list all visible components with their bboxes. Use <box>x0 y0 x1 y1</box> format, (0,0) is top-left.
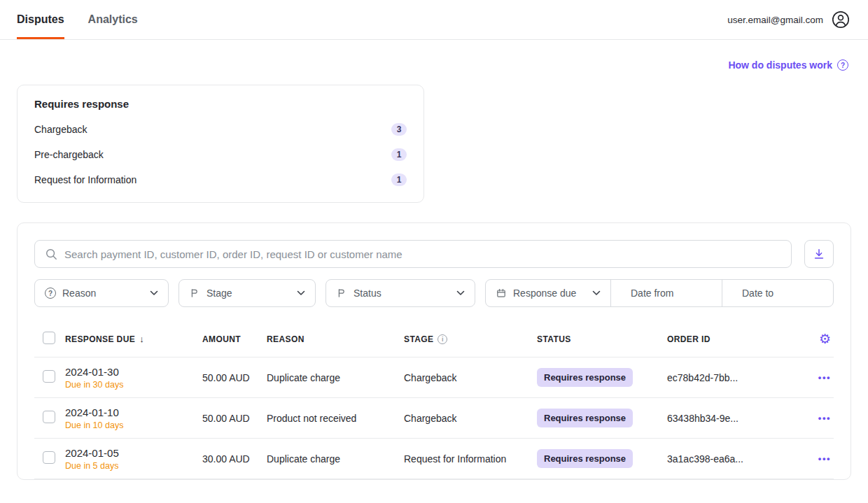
summary-item-request-for-information[interactable]: Request for Information 1 <box>34 167 407 192</box>
help-link-label: How do disputes work <box>728 59 832 71</box>
chevron-down-icon <box>456 290 465 296</box>
summary-item-chargeback[interactable]: Chargeback 3 <box>34 117 407 142</box>
status-cell: Requires response <box>537 449 667 468</box>
reason-cell: Duplicate charge <box>267 372 404 383</box>
row-actions-ellipsis-icon[interactable]: ••• <box>816 410 834 426</box>
date-from-input[interactable] <box>621 288 712 299</box>
column-amount: AMOUNT <box>202 334 267 344</box>
stage-cell: Chargeback <box>404 413 537 424</box>
date-filter-group: Response due <box>485 279 834 307</box>
status-badge: Requires response <box>537 368 633 387</box>
due-countdown: Due in 5 days <box>65 461 195 471</box>
filter-stage-label: Stage <box>206 288 232 299</box>
response-due-cell: 2024-01-30 Due in 30 days <box>65 366 202 390</box>
flag-icon <box>189 288 200 299</box>
filter-stage[interactable]: Stage <box>178 279 316 307</box>
column-label: REASON <box>267 334 304 344</box>
summary-item-label: Request for Information <box>34 174 136 185</box>
chevron-down-icon <box>592 290 601 296</box>
user-email: user.email@gmail.com <box>727 15 823 25</box>
table-header-row: RESPONSE DUE ↓ AMOUNT REASON STAGE i STA… <box>34 321 834 357</box>
column-order-id: ORDER ID <box>667 334 803 344</box>
stage-info-icon[interactable]: i <box>438 334 447 344</box>
stage-cell: Request for Information <box>404 453 537 465</box>
column-response-due[interactable]: RESPONSE DUE ↓ <box>65 334 202 344</box>
amount-cell: 50.00 AUD <box>202 372 267 383</box>
row-checkbox[interactable] <box>43 370 55 383</box>
table-settings-gear-icon[interactable]: ⚙ <box>816 332 834 346</box>
search-icon <box>45 248 57 260</box>
search-box <box>34 240 792 268</box>
reason-cell: Duplicate charge <box>267 453 404 465</box>
tab-analytics[interactable]: Analytics <box>88 0 138 39</box>
summary-card-title: Requires response <box>34 98 407 110</box>
how-disputes-work-link[interactable]: How do disputes work ? <box>728 59 848 71</box>
due-date: 2024-01-10 <box>65 406 195 418</box>
chevron-down-icon <box>297 290 305 296</box>
column-label: STATUS <box>537 334 571 344</box>
sort-desc-icon: ↓ <box>139 334 144 344</box>
response-due-cell: 2024-01-05 Due in 5 days <box>65 447 202 471</box>
row-actions-ellipsis-icon[interactable]: ••• <box>816 451 834 467</box>
row-actions-ellipsis-icon[interactable]: ••• <box>816 369 834 385</box>
stage-cell: Chargeback <box>404 372 537 383</box>
column-label: STAGE <box>404 334 433 344</box>
amount-cell: 30.00 AUD <box>202 453 267 465</box>
help-question-icon: ? <box>837 59 848 71</box>
table-row[interactable]: 2024-01-05 Due in 5 days 30.00 AUD Dupli… <box>34 439 834 479</box>
row-checkbox[interactable] <box>43 451 55 464</box>
count-badge: 1 <box>391 173 407 186</box>
due-countdown: Due in 30 days <box>65 380 195 390</box>
order-id-cell: ec78b42d-7bb... <box>667 372 803 383</box>
row-checkbox[interactable] <box>43 411 55 423</box>
status-cell: Requires response <box>537 368 667 387</box>
select-all-checkbox[interactable] <box>43 332 55 344</box>
top-bar: Disputes Analytics user.email@gmail.com <box>0 0 868 40</box>
summary-item-pre-chargeback[interactable]: Pre-chargeback 1 <box>34 142 407 167</box>
column-stage: STAGE i <box>404 334 537 344</box>
table-row[interactable]: 2024-01-10 Due in 10 days 50.00 AUD Prod… <box>34 398 834 439</box>
calendar-icon <box>496 288 507 299</box>
amount-cell: 50.00 AUD <box>202 413 267 424</box>
flag-icon <box>336 288 347 299</box>
tab-disputes[interactable]: Disputes <box>17 0 64 39</box>
order-id-cell: 63438hb34-9e... <box>667 413 803 424</box>
status-badge: Requires response <box>537 409 633 427</box>
filter-status-label: Status <box>354 288 382 299</box>
requires-response-card: Requires response Chargeback 3 Pre-charg… <box>17 85 424 203</box>
filter-reason[interactable]: ? Reason <box>34 279 169 307</box>
filter-response-due[interactable]: Response due <box>486 280 610 306</box>
download-button[interactable] <box>804 240 834 268</box>
status-badge: Requires response <box>537 449 633 468</box>
reason-cell: Product not received <box>267 413 404 424</box>
disputes-table-card: ? Reason Stage <box>17 222 851 480</box>
summary-item-label: Chargeback <box>34 124 88 135</box>
count-badge: 3 <box>391 123 407 136</box>
column-label: ORDER ID <box>667 334 710 344</box>
column-status: STATUS <box>537 334 667 344</box>
due-date: 2024-01-30 <box>65 366 195 378</box>
account-menu-button[interactable] <box>832 10 851 29</box>
summary-item-label: Pre-chargeback <box>34 149 104 160</box>
avatar-icon <box>832 10 850 29</box>
table-row[interactable]: 2024-01-30 Due in 30 days 50.00 AUD Dupl… <box>34 357 834 398</box>
order-id-cell: 3a1ac398-ea6a... <box>667 453 803 465</box>
status-cell: Requires response <box>537 409 667 427</box>
column-label: RESPONSE DUE <box>65 334 135 344</box>
filter-status[interactable]: Status <box>326 279 475 307</box>
response-due-cell: 2024-01-10 Due in 10 days <box>65 406 202 430</box>
column-label: AMOUNT <box>202 334 241 344</box>
search-input[interactable] <box>64 248 781 260</box>
main-tabs: Disputes Analytics <box>17 0 138 39</box>
column-reason: REASON <box>267 334 404 344</box>
filter-reason-label: Reason <box>62 288 96 299</box>
count-badge: 1 <box>391 148 407 161</box>
download-icon <box>813 248 825 260</box>
reason-question-icon: ? <box>45 288 56 299</box>
filter-response-due-label: Response due <box>513 288 576 299</box>
chevron-down-icon <box>150 290 158 296</box>
due-date: 2024-01-05 <box>65 447 195 459</box>
date-to-input[interactable] <box>732 288 823 299</box>
due-countdown: Due in 10 days <box>65 420 195 430</box>
